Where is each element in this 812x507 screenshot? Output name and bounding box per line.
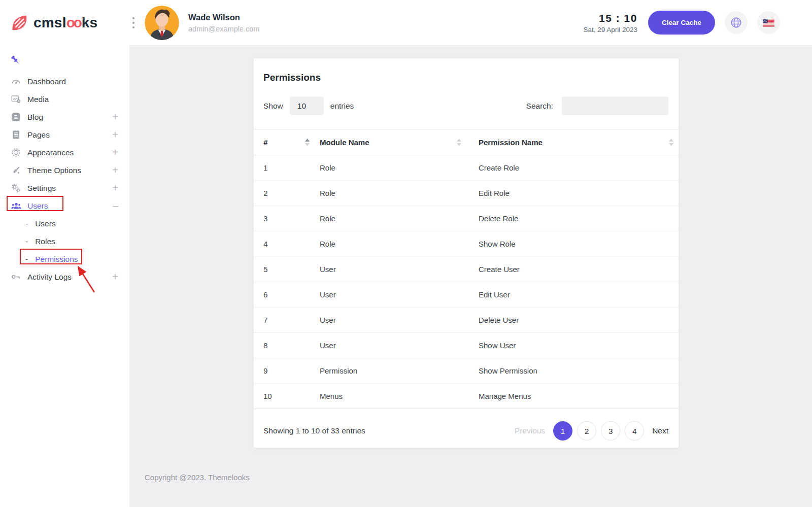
key-icon [10,272,22,282]
expand-plus-icon: + [112,111,118,123]
table-row: 8UserShow User [254,333,679,358]
pagination-page-1[interactable]: 1 [553,421,572,441]
expand-plus-icon: + [112,271,118,283]
pagination: Previous 1 2 3 4 Next [515,421,668,441]
clear-cache-button[interactable]: Clear Cache [648,11,715,35]
clock: 15 : 10 Sat, 29 April 2023 [583,12,637,33]
copyright-text: Copyright @2023. Themelooks [145,473,812,482]
avatar[interactable] [145,6,179,40]
permissions-table: # Module Name Permission Name [254,129,679,409]
sidebar-item-settings[interactable]: Settings + [0,179,129,197]
table-controls: Show 10 entries Search: [254,83,679,115]
pagination-page-3[interactable]: 3 [601,421,620,441]
sidebar-toggle-handle-icon[interactable] [129,14,138,31]
search-input[interactable] [562,96,668,115]
globe-icon [730,16,742,29]
table-info: Showing 1 to 10 of 33 entries [263,426,365,435]
pagination-page-4[interactable]: 4 [625,421,644,441]
media-icon [10,94,22,105]
expand-plus-icon: + [112,182,118,194]
table-row: 5UserCreate User [254,257,679,282]
sidebar-item-users[interactable]: Users – [0,197,129,215]
permissions-card: Permissions Show 10 entries Search: # [254,58,679,448]
us-flag-icon [763,19,774,27]
clock-date: Sat, 29 April 2023 [583,26,637,33]
entries-label: entries [330,102,354,111]
table-footer: Showing 1 to 10 of 33 entries Previous 1… [254,409,679,441]
page-title: Permissions [254,58,679,83]
gauge-icon [10,76,22,87]
sidebar-item-activity-logs[interactable]: Activity Logs + [0,268,129,286]
page-length-select[interactable]: 10 [290,96,324,115]
sort-icon [305,139,310,146]
sidebar: Dashboard Media [0,45,129,507]
column-header-module-name[interactable]: Module Name [320,129,479,155]
sidebar-item-media[interactable]: Media [0,90,129,108]
user-email: admin@example.com [188,25,259,33]
sidebar-subitem-roles[interactable]: - Roles [0,232,129,250]
expand-plus-icon: + [112,129,118,141]
table-row: 10MenusManage Menus [254,384,679,409]
blog-icon [10,112,22,122]
sidebar-item-pages[interactable]: Pages + [0,126,129,144]
leaf-logo-icon [10,13,29,33]
sidebar-item-dashboard[interactable]: Dashboard [0,73,129,90]
pushpin-icon[interactable] [9,54,23,69]
sidebar-subitem-users[interactable]: - Users [0,215,129,232]
sort-icon [669,139,673,146]
table-row: 6UserEdit User [254,282,679,308]
brand-logo[interactable]: cmslooks [0,13,129,33]
table-row: 7UserDelete User [254,308,679,333]
pages-icon [10,129,22,140]
pagination-previous[interactable]: Previous [515,426,545,435]
clock-time: 15 : 10 [583,12,637,24]
collapse-minus-icon: – [113,200,118,212]
pagination-next[interactable]: Next [652,426,668,435]
sidebar-item-theme-options[interactable]: Theme Options + [0,161,129,179]
pagination-page-2[interactable]: 2 [577,421,596,441]
expand-plus-icon: + [112,147,118,158]
table-row: 3RoleDelete Role [254,206,679,231]
users-group-icon [10,200,22,212]
sidebar-nav: Dashboard Media [0,73,129,286]
expand-plus-icon: + [112,164,118,176]
column-header-permission-name[interactable]: Permission Name [479,129,679,155]
page-length-control: Show 10 entries [263,96,354,115]
table-row: 2RoleEdit Role [254,181,679,206]
search-label: Search: [526,102,553,111]
table-row: 9PermissionShow Permission [254,358,679,384]
table-row: 1RoleCreate Role [254,155,679,181]
main-content: Permissions Show 10 entries Search: # [129,45,812,507]
locale-flag-button[interactable] [757,11,780,34]
user-name: Wade Wilson [188,13,259,22]
table-row: 4RoleShow Role [254,231,679,257]
paintbrush-icon [10,165,22,176]
search-control: Search: [526,96,668,115]
top-header: cmslooks Wade Wilson admin@examp [0,0,812,45]
sidebar-item-blog[interactable]: Blog + [0,108,129,126]
language-globe-button[interactable] [725,11,748,34]
appearance-gear-icon [10,147,22,158]
show-label: Show [263,102,283,111]
brand-logo-text: cmslooks [33,15,97,31]
sort-icon [457,139,461,146]
table-header-row: # Module Name Permission Name [254,129,679,155]
sidebar-item-appearances[interactable]: Appearances + [0,144,129,161]
column-header-number[interactable]: # [254,129,320,155]
sidebar-subitem-permissions[interactable]: - Permissions [0,250,129,268]
gears-icon [10,183,22,193]
